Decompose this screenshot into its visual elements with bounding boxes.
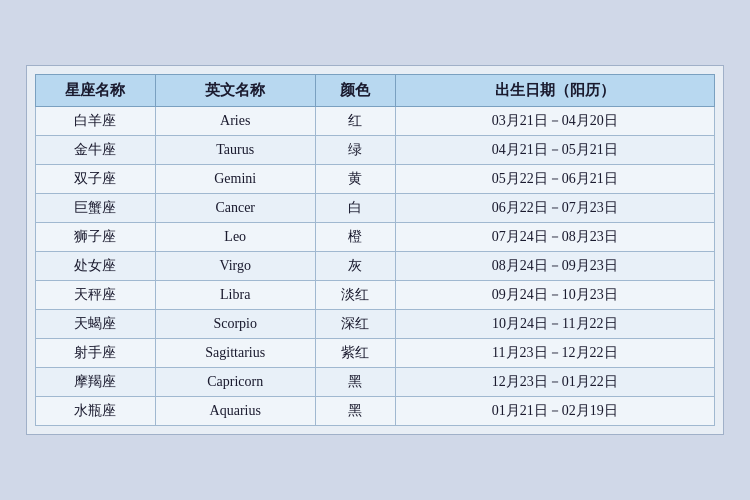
table-row: 天蝎座Scorpio深红10月24日－11月22日 [36, 310, 715, 339]
table-row: 金牛座Taurus绿04月21日－05月21日 [36, 136, 715, 165]
table-row: 天秤座Libra淡红09月24日－10月23日 [36, 281, 715, 310]
cell-zh: 金牛座 [36, 136, 156, 165]
cell-date: 10月24日－11月22日 [395, 310, 714, 339]
cell-en: Taurus [155, 136, 315, 165]
cell-date: 09月24日－10月23日 [395, 281, 714, 310]
header-date: 出生日期（阳历） [395, 75, 714, 107]
table-header-row: 星座名称 英文名称 颜色 出生日期（阳历） [36, 75, 715, 107]
cell-date: 01月21日－02月19日 [395, 397, 714, 426]
cell-en: Gemini [155, 165, 315, 194]
cell-zh: 射手座 [36, 339, 156, 368]
table-row: 巨蟹座Cancer白06月22日－07月23日 [36, 194, 715, 223]
header-color: 颜色 [315, 75, 395, 107]
table-row: 水瓶座Aquarius黑01月21日－02月19日 [36, 397, 715, 426]
cell-zh: 双子座 [36, 165, 156, 194]
cell-date: 11月23日－12月22日 [395, 339, 714, 368]
cell-color: 红 [315, 107, 395, 136]
cell-en: Leo [155, 223, 315, 252]
cell-en: Libra [155, 281, 315, 310]
cell-zh: 白羊座 [36, 107, 156, 136]
cell-color: 紫红 [315, 339, 395, 368]
cell-en: Scorpio [155, 310, 315, 339]
cell-date: 03月21日－04月20日 [395, 107, 714, 136]
cell-en: Sagittarius [155, 339, 315, 368]
cell-date: 08月24日－09月23日 [395, 252, 714, 281]
cell-color: 黄 [315, 165, 395, 194]
cell-en: Capricorn [155, 368, 315, 397]
cell-zh: 天蝎座 [36, 310, 156, 339]
cell-color: 黑 [315, 368, 395, 397]
cell-date: 05月22日－06月21日 [395, 165, 714, 194]
table-row: 白羊座Aries红03月21日－04月20日 [36, 107, 715, 136]
cell-zh: 摩羯座 [36, 368, 156, 397]
cell-date: 06月22日－07月23日 [395, 194, 714, 223]
cell-en: Cancer [155, 194, 315, 223]
cell-zh: 处女座 [36, 252, 156, 281]
cell-color: 橙 [315, 223, 395, 252]
cell-zh: 巨蟹座 [36, 194, 156, 223]
cell-en: Aries [155, 107, 315, 136]
table-row: 摩羯座Capricorn黑12月23日－01月22日 [36, 368, 715, 397]
cell-zh: 天秤座 [36, 281, 156, 310]
cell-color: 深红 [315, 310, 395, 339]
cell-date: 07月24日－08月23日 [395, 223, 714, 252]
cell-en: Aquarius [155, 397, 315, 426]
cell-color: 白 [315, 194, 395, 223]
table-row: 双子座Gemini黄05月22日－06月21日 [36, 165, 715, 194]
table-row: 射手座Sagittarius紫红11月23日－12月22日 [36, 339, 715, 368]
zodiac-table-container: 星座名称 英文名称 颜色 出生日期（阳历） 白羊座Aries红03月21日－04… [26, 65, 724, 435]
cell-zh: 狮子座 [36, 223, 156, 252]
cell-color: 灰 [315, 252, 395, 281]
table-row: 处女座Virgo灰08月24日－09月23日 [36, 252, 715, 281]
cell-color: 黑 [315, 397, 395, 426]
cell-zh: 水瓶座 [36, 397, 156, 426]
header-en: 英文名称 [155, 75, 315, 107]
zodiac-table: 星座名称 英文名称 颜色 出生日期（阳历） 白羊座Aries红03月21日－04… [35, 74, 715, 426]
cell-color: 淡红 [315, 281, 395, 310]
header-zh: 星座名称 [36, 75, 156, 107]
cell-date: 12月23日－01月22日 [395, 368, 714, 397]
cell-en: Virgo [155, 252, 315, 281]
table-row: 狮子座Leo橙07月24日－08月23日 [36, 223, 715, 252]
cell-date: 04月21日－05月21日 [395, 136, 714, 165]
cell-color: 绿 [315, 136, 395, 165]
